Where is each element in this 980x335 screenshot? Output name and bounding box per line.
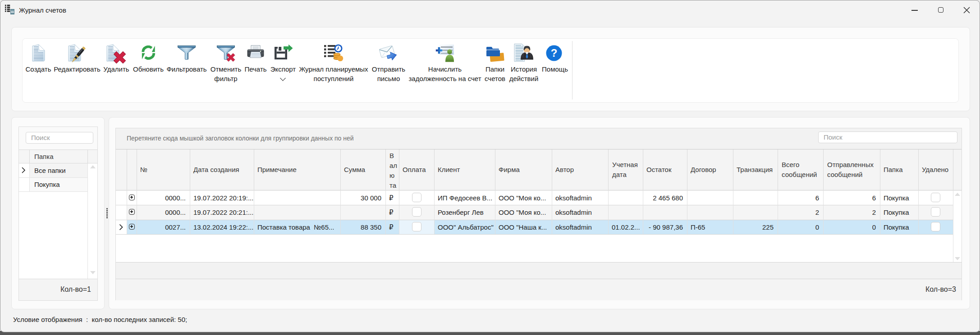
svg-text:?: ? [551, 47, 558, 59]
